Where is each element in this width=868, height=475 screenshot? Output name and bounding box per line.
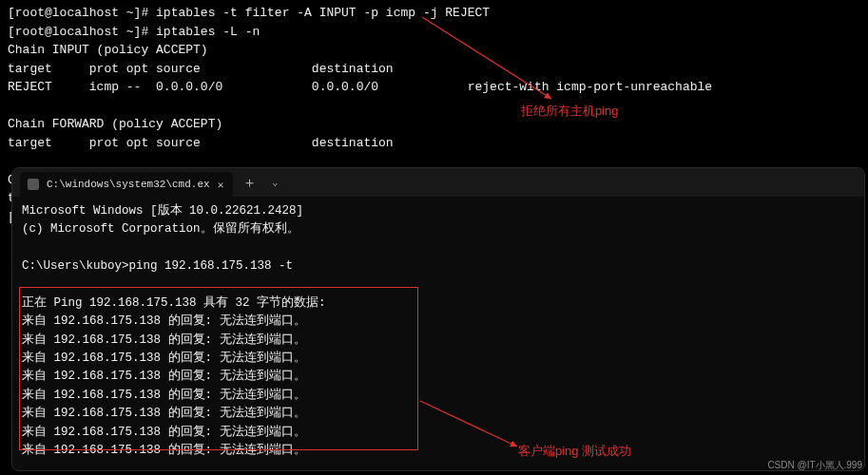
win-cmd: ping 192.168.175.138 -t bbox=[129, 259, 294, 273]
new-tab-button[interactable]: ＋ bbox=[233, 174, 266, 192]
iptables-rule: REJECT icmp -- 0.0.0.0/0 0.0.0.0/0 rejec… bbox=[8, 80, 712, 94]
win-prompt: C:\Users\kuboy> bbox=[22, 259, 129, 273]
chain-forward: Chain FORWARD (policy ACCEPT) bbox=[8, 117, 222, 131]
watermark: CSDN @IT小黑人.999 bbox=[767, 459, 862, 472]
windows-cmd-window[interactable]: C:\windows\system32\cmd.ex ✕ ＋ ⌄ Microso… bbox=[11, 167, 865, 471]
chain-input: Chain INPUT (policy ACCEPT) bbox=[8, 43, 208, 57]
ping-reply: 来自 192.168.175.138 的回复: 无法连到端口。 bbox=[22, 352, 306, 365]
tab-title: C:\windows\system32\cmd.ex bbox=[47, 179, 210, 190]
iptables-header: target prot opt source destination bbox=[8, 62, 394, 76]
cmd-icon bbox=[28, 179, 39, 190]
win-copyright: (c) Microsoft Corporation。保留所有权利。 bbox=[22, 222, 299, 236]
ping-reply: 来自 192.168.175.138 的回复: 无法连到端口。 bbox=[22, 333, 306, 347]
close-icon[interactable]: ✕ bbox=[218, 179, 224, 191]
ping-reply: 来自 192.168.175.138 的回复: 无法连到端口。 bbox=[22, 370, 306, 383]
linux-prompt: [root@localhost ~]# bbox=[8, 6, 156, 20]
cmd-output[interactable]: Microsoft Windows [版本 10.0.22621.2428] (… bbox=[12, 197, 864, 466]
ping-reply: 来自 192.168.175.138 的回复: 无法连到端口。 bbox=[22, 314, 306, 328]
ping-start: 正在 Ping 192.168.175.138 具有 32 字节的数据: bbox=[22, 296, 326, 310]
ping-reply: 来自 192.168.175.138 的回复: 无法连到端口。 bbox=[22, 407, 306, 420]
linux-prompt: [root@localhost ~]# bbox=[8, 25, 156, 39]
ping-reply: 来自 192.168.175.138 的回复: 无法连到端口。 bbox=[22, 444, 306, 457]
ping-reply: 来自 192.168.175.138 的回复: 无法连到端口。 bbox=[22, 389, 306, 402]
linux-cmd2: iptables -L -n bbox=[156, 25, 260, 39]
tab-cmd[interactable]: C:\windows\system32\cmd.ex ✕ bbox=[20, 172, 233, 197]
window-titlebar[interactable]: C:\windows\system32\cmd.ex ✕ ＋ ⌄ bbox=[12, 168, 864, 197]
linux-cmd1: iptables -t filter -A INPUT -p icmp -j R… bbox=[156, 6, 490, 20]
ping-reply: 来自 192.168.175.138 的回复: 无法连到端口。 bbox=[22, 426, 306, 439]
tab-dropdown-icon[interactable]: ⌄ bbox=[266, 177, 283, 188]
win-version: Microsoft Windows [版本 10.0.22621.2428] bbox=[22, 204, 303, 218]
iptables-header: target prot opt source destination bbox=[8, 136, 394, 150]
